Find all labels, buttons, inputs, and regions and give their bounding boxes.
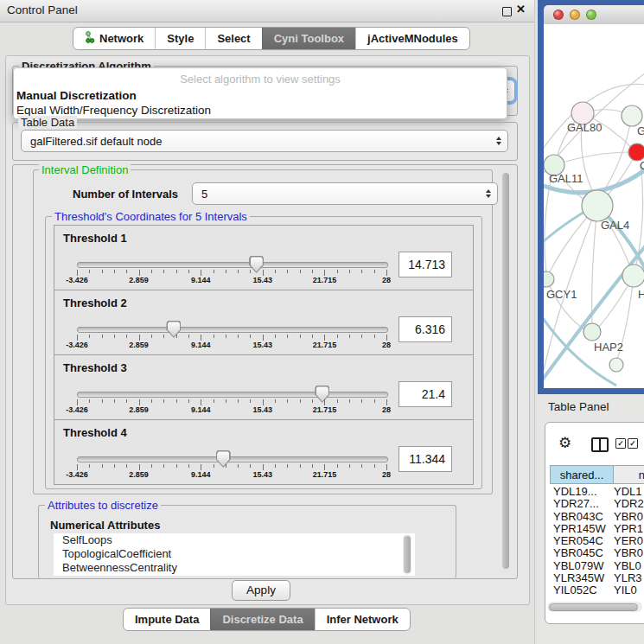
tick-mark — [77, 270, 78, 276]
table-hscrollbar-thumb[interactable] — [549, 603, 638, 611]
tick-mark — [151, 270, 152, 273]
settings-scrollbar-thumb[interactable] — [502, 173, 509, 569]
threshold-slider[interactable] — [77, 392, 388, 398]
attribute-list-item[interactable]: TopologicalCoefficient — [54, 547, 415, 561]
table-data-select[interactable]: galFiltered.sif default node — [21, 130, 508, 152]
table-row[interactable]: YDL19...YDL1 — [548, 486, 644, 498]
tab-jactivemnodules[interactable]: jActiveMNodules — [355, 28, 469, 49]
mac-close-button[interactable] — [553, 10, 564, 20]
tab-impute-data[interactable]: Impute Data — [124, 609, 210, 630]
tick-mark — [263, 270, 264, 276]
tick-mark — [226, 399, 226, 403]
tick-mark — [238, 335, 239, 338]
scale-label: -3.426 — [66, 470, 88, 479]
float-window-icon[interactable] — [502, 7, 512, 16]
apply-button[interactable]: Apply — [232, 580, 290, 601]
scale-label: 9.144 — [191, 405, 211, 414]
tick-mark — [349, 399, 350, 403]
number-of-intervals-select[interactable]: 5 — [192, 182, 498, 205]
attributes-scrollbar-thumb[interactable] — [404, 536, 411, 573]
network-edge[interactable] — [601, 116, 632, 195]
tick-mark — [386, 399, 387, 405]
checkbox-icon[interactable]: ✓ — [615, 438, 626, 449]
attribute-list-item[interactable]: SelfLoops — [54, 533, 415, 547]
tick-mark — [139, 399, 140, 405]
algorithm-placeholder-option[interactable]: Select algorithm to view settings — [14, 73, 507, 86]
threshold-value-input[interactable]: 21.4 — [399, 381, 452, 407]
threshold-value-input[interactable]: 11.344 — [399, 446, 452, 472]
tick-mark — [126, 464, 127, 468]
tick-mark — [312, 335, 313, 338]
network-node-c[interactable] — [628, 143, 644, 161]
tab-infer-network[interactable]: Infer Network — [315, 609, 410, 630]
table-row[interactable]: YDR27...YDR2 — [548, 498, 644, 510]
network-canvas[interactable]: GAL80GCGAL11GAL4GCY1HHAP2 — [544, 24, 644, 388]
network-node-hap2[interactable] — [583, 323, 601, 341]
table-row[interactable]: YBR043CYBR0 — [548, 511, 644, 523]
tick-mark — [250, 399, 251, 403]
tick-mark — [275, 464, 276, 468]
gear-icon[interactable]: ⚙ — [558, 434, 571, 452]
threshold-value-input[interactable]: 14.713 — [399, 252, 452, 277]
checkbox-icon[interactable]: ✓ — [628, 438, 638, 449]
tab-network[interactable]: Network — [73, 28, 155, 49]
tick-mark — [77, 399, 78, 405]
table-row[interactable]: YLR345WYLR3 — [548, 572, 644, 584]
tick-mark — [312, 464, 313, 468]
threshold-value-input[interactable]: 6.316 — [399, 316, 452, 342]
tab-discretize-data[interactable]: Discretize Data — [210, 609, 314, 630]
cell-name: YDL1 — [610, 486, 642, 498]
algorithm-option[interactable]: Equal Width/Frequency Discretization — [16, 104, 211, 117]
tick-mark — [300, 335, 301, 338]
network-node-gcy1[interactable] — [544, 271, 554, 287]
network-edge[interactable] — [546, 279, 587, 331]
network-node-g[interactable] — [622, 105, 642, 126]
stepper-icon[interactable] — [496, 137, 501, 145]
table-row[interactable]: YIL052CYIL0 — [548, 584, 644, 596]
scale-label: 15.43 — [253, 276, 273, 284]
split-columns-icon[interactable] — [591, 437, 609, 452]
threshold-label: Threshold 4 — [63, 426, 127, 439]
tick-mark — [163, 270, 164, 273]
cell-shared-name: YPR145W — [548, 523, 610, 535]
tab-select[interactable]: Select — [205, 28, 261, 49]
threshold-slider[interactable] — [77, 327, 388, 333]
cell-shared-name: YLR345W — [548, 572, 610, 584]
tab-style[interactable]: Style — [155, 28, 205, 49]
algorithm-option[interactable]: Manual Discretization — [16, 89, 137, 102]
scale-label: 21.715 — [313, 341, 337, 349]
threshold-slider[interactable] — [77, 262, 388, 268]
attribute-list-item[interactable]: BetweennessCentrality — [54, 561, 415, 575]
column-header-name[interactable]: n — [614, 465, 644, 484]
mac-minimize-button[interactable] — [570, 10, 580, 20]
tab-cyni-toolbox[interactable]: Cyni Toolbox — [262, 28, 355, 49]
mac-zoom-button[interactable] — [586, 10, 596, 20]
network-edge[interactable] — [554, 152, 630, 165]
tick-mark — [114, 464, 115, 468]
network-node-h[interactable] — [622, 265, 644, 287]
tick-mark — [386, 270, 387, 276]
tick-mark — [89, 270, 90, 273]
network-node[interactable] — [609, 358, 623, 372]
table-row[interactable]: YER054CYER0 — [548, 535, 644, 547]
scale-label: 28 — [382, 341, 391, 349]
network-view[interactable]: GAL80GCGAL11GAL4GCY1HHAP2 — [544, 24, 644, 388]
threshold-label: Threshold 2 — [63, 296, 127, 309]
cell-name: YLR3 — [610, 572, 642, 584]
tab-label: Infer Network — [327, 613, 399, 626]
network-node-gal4[interactable] — [582, 190, 613, 221]
table-row[interactable]: YBR045CYBR0 — [548, 547, 644, 559]
scale-label: 2.859 — [129, 405, 149, 414]
column-header-shared-name[interactable]: shared... — [550, 465, 614, 484]
slider-scale-labels: -3.4262.8599.14415.4321.71528 — [77, 341, 386, 349]
threshold-slider[interactable] — [77, 456, 388, 462]
tick-mark — [176, 399, 177, 403]
tick-mark — [238, 464, 239, 468]
table-row[interactable]: YPR145WYPR1 — [548, 523, 644, 535]
close-icon[interactable]: ✕ — [516, 3, 526, 16]
table-row[interactable]: YBL079WYBL0 — [548, 560, 644, 572]
tick-mark — [102, 399, 103, 403]
scale-label: 28 — [382, 276, 391, 284]
stepper-icon[interactable] — [486, 189, 491, 198]
cell-shared-name: YDL19... — [548, 486, 610, 498]
